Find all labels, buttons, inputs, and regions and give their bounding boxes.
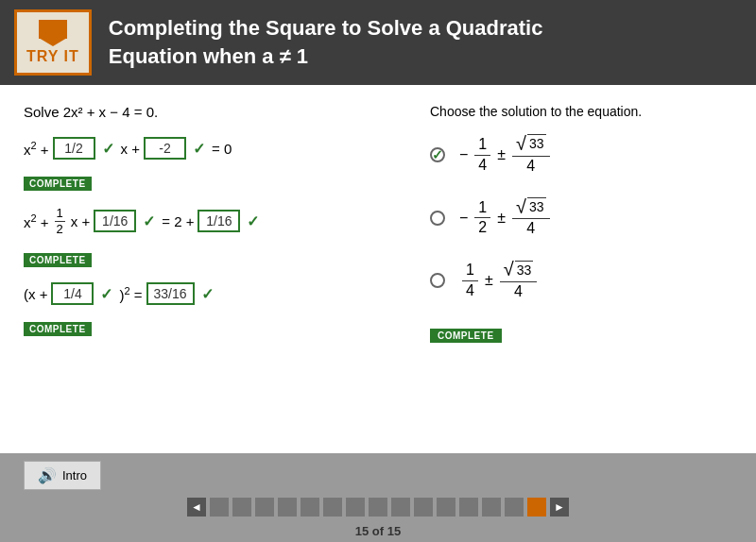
answer-option-2[interactable]: − 1 2 ± √ 33 4 <box>430 197 732 240</box>
radio-1[interactable] <box>430 147 445 162</box>
page-dot-14[interactable] <box>505 498 524 517</box>
step3-input1[interactable]: 1/4 <box>51 282 94 305</box>
problem-statement: Solve 2x² + x − 4 = 0. <box>24 104 392 120</box>
complete-badge-3[interactable]: COMPLETE <box>24 318 392 344</box>
right-section-label: Choose the solution to the equation. <box>430 104 732 119</box>
speaker-icon: 🔊 <box>38 466 57 484</box>
step3-check2: ✓ <box>201 285 214 303</box>
page-title: Completing the Square to Solve a Quadrat… <box>109 14 543 70</box>
step2-row: x2 + 1 2 x + 1/16 ✓ = 2 + 1/16 ✓ <box>24 206 392 236</box>
step2-input2[interactable]: 1/16 <box>198 210 240 232</box>
step2-check1: ✓ <box>143 212 155 230</box>
main-content: Solve 2x² + x − 4 = 0. x2 + 1/2 ✓ x + -2… <box>0 85 756 453</box>
header: TRY IT Completing the Square to Solve a … <box>0 0 756 85</box>
complete-badge-2[interactable]: COMPLETE <box>24 249 392 275</box>
page-dot-8[interactable] <box>369 498 387 517</box>
page-dot-9[interactable] <box>391 498 410 517</box>
left-panel: Solve 2x² + x − 4 = 0. x2 + 1/2 ✓ x + -2… <box>24 104 411 434</box>
answer-math-2: − 1 2 ± √ 33 4 <box>459 197 553 240</box>
try-it-badge: TRY IT <box>14 9 92 76</box>
page-dot-11[interactable] <box>437 498 455 517</box>
try-it-label: TRY IT <box>26 48 79 65</box>
complete-badge-right[interactable]: COMPLETE <box>430 323 732 343</box>
answer-option-3[interactable]: 1 4 ± √ 33 4 <box>430 260 732 302</box>
try-it-icon <box>39 20 67 39</box>
step3-input2[interactable]: 33/16 <box>146 282 195 305</box>
step2-input1[interactable]: 1/16 <box>94 210 136 232</box>
answer-math-1: − 1 4 ± √ 33 4 <box>459 134 553 177</box>
bottom-bar: 🔊 Intro ◄ ► 15 of 15 <box>0 453 756 542</box>
answer-math-3: 1 4 ± √ 33 4 <box>459 260 540 302</box>
answer-option-1[interactable]: − 1 4 ± √ 33 4 <box>430 134 732 177</box>
complete-badge-1[interactable]: COMPLETE <box>24 173 392 198</box>
page-dot-4[interactable] <box>278 498 297 517</box>
radio-2[interactable] <box>430 211 445 226</box>
intro-button[interactable]: 🔊 Intro <box>24 461 101 490</box>
step2-fraction: 1 2 <box>55 206 65 236</box>
step1-input1[interactable]: 1/2 <box>53 137 95 160</box>
pagination-row: ◄ ► <box>187 498 569 517</box>
intro-label: Intro <box>62 468 87 483</box>
page-dot-6[interactable] <box>323 498 342 517</box>
prev-arrow[interactable]: ◄ <box>187 498 206 517</box>
page-dot-1[interactable] <box>210 498 229 517</box>
step1-row: x2 + 1/2 ✓ x + -2 ✓ = 0 <box>24 137 392 160</box>
step1-input2[interactable]: -2 <box>144 137 186 160</box>
radio-3[interactable] <box>430 273 445 288</box>
page-counter: 15 of 15 <box>355 524 401 538</box>
step1-check1: ✓ <box>102 140 114 158</box>
page-dot-10[interactable] <box>414 498 433 517</box>
page-dot-3[interactable] <box>255 498 274 517</box>
next-arrow[interactable]: ► <box>550 498 569 517</box>
page-dot-15[interactable] <box>527 498 546 517</box>
right-panel: Choose the solution to the equation. − 1… <box>411 104 732 434</box>
step3-row: (x + 1/4 ✓ )2 = 33/16 ✓ <box>24 282 392 305</box>
page-dot-13[interactable] <box>482 498 501 517</box>
step3-check1: ✓ <box>100 285 112 303</box>
page-dot-2[interactable] <box>232 498 251 517</box>
step1-check2: ✓ <box>193 140 205 158</box>
page-dot-12[interactable] <box>459 498 478 517</box>
step2-check2: ✓ <box>247 212 259 230</box>
page-dot-5[interactable] <box>301 498 319 517</box>
page-dot-7[interactable] <box>346 498 365 517</box>
